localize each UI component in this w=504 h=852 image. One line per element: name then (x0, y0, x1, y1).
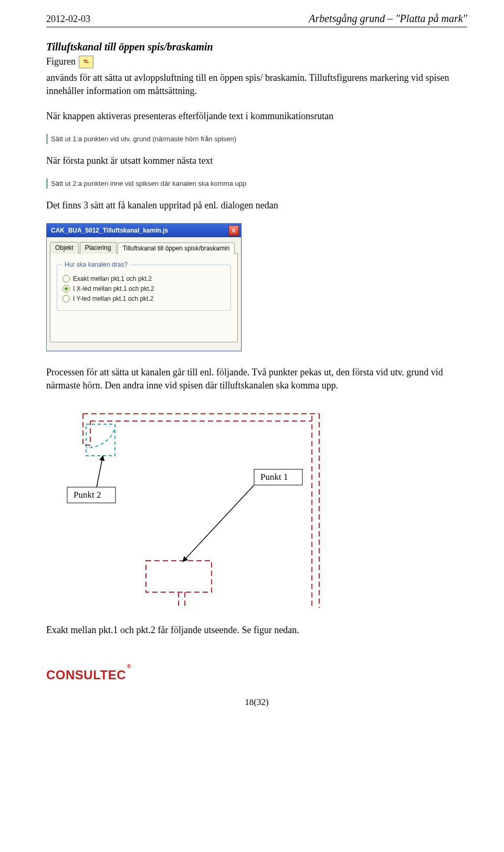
radio-icon (62, 275, 70, 282)
intro-text-after: används för att sätta ut avloppsluftning… (46, 71, 467, 98)
header-doc-title: Arbetsgång grund – "Platta på mark" (309, 13, 467, 25)
tab-tilluftskanal[interactable]: Tilluftskanal till öppen spisk/braskamin (118, 243, 235, 254)
header-divider (46, 27, 467, 27)
header-date: 2012-02-03 (46, 14, 90, 25)
paragraph-5: Exakt mellan pkt.1 och pkt.2 får följand… (46, 624, 467, 636)
status-message-1: Sätt ut 1:a punkten vid utv. grund (närm… (46, 134, 296, 144)
paragraph-1: När knappen aktiveras presenteras efterf… (46, 110, 467, 122)
punkt1-label: Punkt 1 (260, 472, 288, 482)
close-icon: X (232, 228, 235, 234)
close-button[interactable]: X (228, 225, 239, 236)
radio-label-exakt: Exakt mellan pkt.1 och pkt.2 (73, 275, 152, 282)
radio-option-exakt[interactable]: Exakt mellan pkt.1 och pkt.2 (62, 275, 225, 282)
radio-label-y-led: I Y-led mellan pkt.1 och pkt.2 (73, 295, 153, 302)
tab-panel: Hur ska kanalen dras? Exakt mellan pkt.1… (50, 253, 238, 342)
svg-line-7 (183, 485, 254, 562)
paragraph-4: Processen för att sätta ut kanalen går t… (46, 366, 467, 392)
paragraph-2: När första punkt är utsatt kommer nästa … (46, 154, 467, 167)
radio-option-y-led[interactable]: I Y-led mellan pkt.1 och pkt.2 (62, 295, 225, 302)
dialog-titlebar[interactable]: CAK_BUA_5012_Tilluftskanal_kamin.js X (47, 224, 241, 237)
tab-objekt[interactable]: Objekt (50, 242, 79, 254)
logo-registered-icon: ® (127, 664, 131, 669)
logo-text: CONSULTEC (46, 668, 126, 682)
diagram: Punkt 2 Punkt 1 (46, 403, 340, 608)
groupbox-legend: Hur ska kanalen dras? (62, 261, 130, 268)
svg-line-5 (97, 456, 103, 487)
punkt2-label: Punkt 2 (74, 490, 101, 500)
svg-rect-0 (146, 561, 212, 592)
radio-icon (62, 295, 70, 302)
tilluft-icon: TL (79, 56, 93, 68)
status-message-2: Sätt ut 2:a punkten inne vid spiksen där… (46, 178, 327, 188)
groupbox-hur-ska-kanalen: Hur ska kanalen dras? Exakt mellan pkt.1… (57, 261, 231, 311)
paragraph-3: Det finns 3 sätt att få kanalen uppritad… (46, 199, 467, 212)
section-title: Tilluftskanal till öppen spis/braskamin (46, 41, 467, 53)
radio-icon-selected (62, 285, 70, 292)
dialog-window: CAK_BUA_5012_Tilluftskanal_kamin.js X Ob… (46, 223, 242, 351)
radio-option-x-led[interactable]: I X-led mellan pkt.1 och pkt.2 (62, 285, 225, 292)
dialog-title: CAK_BUA_5012_Tilluftskanal_kamin.js (51, 227, 168, 234)
page-number: 18(32) (46, 697, 467, 708)
tab-placering[interactable]: Placering (80, 242, 117, 254)
intro-text-before: Figuren (46, 55, 76, 68)
footer-logo: CONSULTEC ® (46, 668, 467, 682)
radio-label-x-led: I X-led mellan pkt.1 och pkt.2 (73, 285, 154, 292)
